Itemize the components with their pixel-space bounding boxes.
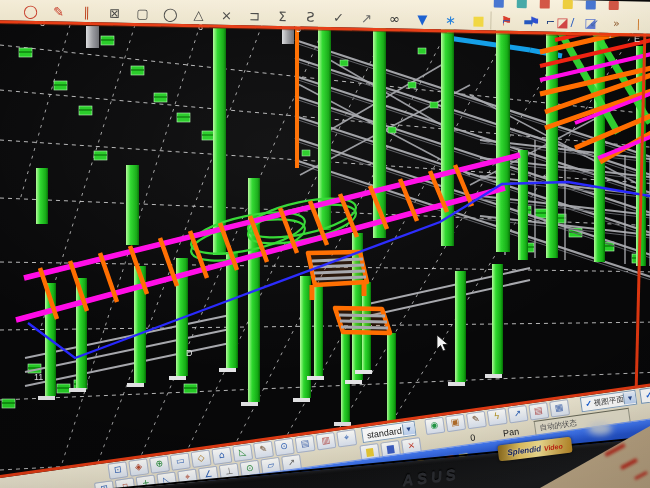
svg-text:D: D: [186, 348, 193, 358]
snap-pen-icon[interactable]: ✎: [253, 440, 274, 458]
cross-tool-icon[interactable]: ×: [217, 7, 235, 23]
sticker-primary-text: Splendid: [507, 444, 542, 457]
weld-bar-icon[interactable]: ▬: [521, 14, 535, 28]
image-a-icon[interactable]: ▤: [528, 402, 549, 420]
clip-plane-icon[interactable]: ⊠: [105, 4, 123, 20]
magic-wand-icon[interactable]: ∗: [441, 11, 459, 27]
svg-text:11: 11: [34, 372, 43, 382]
route-arrow-icon[interactable]: ↗: [507, 405, 528, 423]
weld-arrow-icon[interactable]: ↙: [587, 15, 601, 29]
cut-toolbar-icon[interactable]: [586, 0, 596, 9]
view-plane-value: 视图平面: [593, 394, 624, 408]
top-toolbar-sub-row: ⌐▬⌐∕↙»|: [490, 11, 650, 33]
monitor-photo: 37657E11D ◯✎∥⊠▢◯△×⊐ΣƧ✓↗∞▼∗■⚑⚑◪◪ ⌐▬⌐∕↙»| …: [0, 0, 650, 488]
bolt-icon[interactable]: ϟ: [486, 407, 507, 425]
orange-column: [295, 22, 299, 168]
cut-toolbar-icon[interactable]: [609, 1, 619, 10]
snap-dot-icon[interactable]: ⊙: [274, 437, 295, 455]
snap-hatch-icon[interactable]: ▥: [315, 431, 336, 449]
weld-corner-icon[interactable]: ⌐: [499, 14, 513, 28]
sel-window-icon[interactable]: ⊞: [94, 480, 115, 488]
weld-slash-icon[interactable]: ∕: [565, 15, 579, 29]
triangle-tool-icon[interactable]: △: [189, 6, 207, 22]
weld-chevrons-icon[interactable]: »: [609, 16, 623, 30]
sum-tool-icon[interactable]: Σ: [273, 8, 291, 24]
snap-rect-icon[interactable]: ▭: [170, 452, 191, 470]
snap-rhomb-icon[interactable]: ◇: [191, 449, 212, 467]
snap-box-icon[interactable]: ⊡: [107, 461, 128, 479]
zigzag-tool-icon[interactable]: Ƨ: [301, 8, 319, 24]
check-icon: ✓: [585, 399, 593, 409]
chevron-down-icon[interactable]: ▼: [623, 392, 636, 405]
bezel-reflection: [588, 422, 612, 435]
cut-toolbar-icon[interactable]: [494, 0, 504, 8]
filter-funnel-icon[interactable]: ▼: [413, 11, 431, 27]
work-plane-combobox[interactable]: ✓ 工作平面 ▼: [639, 381, 650, 404]
hatch-red-icon[interactable]: ∥: [77, 4, 95, 20]
snap-home-icon[interactable]: ⌂: [211, 446, 232, 464]
check-tool-icon[interactable]: ✓: [329, 9, 347, 25]
weld-corner2-icon[interactable]: ⌐: [543, 15, 557, 29]
binoculars-icon[interactable]: ∞: [385, 10, 403, 26]
arrow-ne-icon[interactable]: ↗: [357, 10, 375, 26]
rect-tool-icon[interactable]: ▢: [133, 5, 151, 21]
snap-plus-icon[interactable]: ⊕: [149, 455, 170, 473]
coordinate-readout: 0: [470, 432, 476, 443]
view-preset-value: standard: [366, 425, 402, 440]
check-icon: ✓: [645, 390, 650, 400]
yellow-note-icon[interactable]: ■: [469, 12, 487, 28]
snap-grid-icon[interactable]: ▤: [295, 434, 316, 452]
render-cube-icon[interactable]: ▣: [445, 413, 466, 431]
draw-pen-red-icon[interactable]: ✎: [49, 3, 67, 19]
render-sphere-icon[interactable]: ◉: [424, 416, 445, 434]
cut-toolbar-icon[interactable]: [563, 0, 573, 9]
sticker-secondary-text: Video: [543, 442, 563, 451]
edit-pen-icon[interactable]: ✎: [465, 410, 486, 428]
cut-toolbar-icon[interactable]: [517, 0, 527, 8]
snap-diamond-icon[interactable]: ◈: [128, 458, 149, 476]
image-b-icon[interactable]: ▦: [549, 399, 570, 417]
draw-circle-red-icon[interactable]: ◯: [21, 3, 39, 19]
snap-tri-icon[interactable]: ◺: [232, 443, 253, 461]
cut-toolbar-icon[interactable]: [540, 0, 550, 9]
chevron-down-icon[interactable]: ▼: [401, 423, 414, 436]
circle-tool-icon[interactable]: ◯: [161, 6, 179, 22]
corner-tool-icon[interactable]: ⊐: [245, 7, 263, 23]
weld-stick-icon[interactable]: |: [631, 16, 645, 30]
snap-target-icon[interactable]: ⌖: [336, 429, 357, 447]
